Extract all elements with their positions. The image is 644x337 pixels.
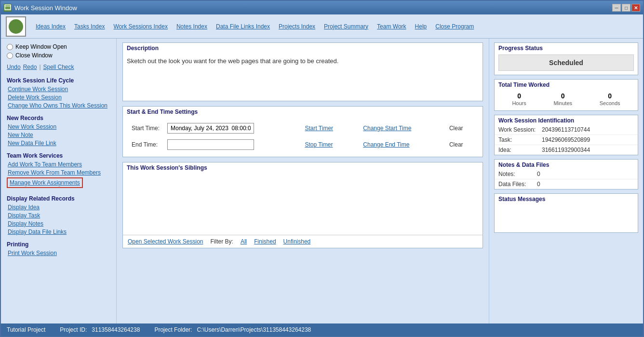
window-title: Work Session Window — [14, 4, 77, 12]
edit-row: Undo Redo | Spell Check — [7, 64, 110, 70]
status-project-folder: Project Folder: C:\Users\Darren\Projects… — [154, 326, 311, 333]
start-timer-button[interactable]: Start Timer — [305, 125, 333, 132]
title-bar-buttons: ─ □ ✕ — [612, 4, 640, 12]
content-area: Keep Window Open Close Window Undo Redo … — [1, 39, 643, 324]
display-task-link[interactable]: Display Task — [7, 212, 110, 219]
close-button[interactable]: ✕ — [631, 4, 640, 12]
keep-window-open-label: Keep Window Open — [15, 43, 67, 50]
menu-items: Ideas Index Tasks Index Work Sessions In… — [36, 23, 474, 30]
team-work-services-title: Team Work Services — [7, 152, 110, 159]
work-session-id-value: 204396113710744 — [542, 126, 590, 133]
display-related-records-title: Display Related Records — [7, 195, 110, 202]
new-data-file-link-link[interactable]: New Data File Link — [7, 140, 110, 147]
end-time-input[interactable] — [167, 139, 254, 150]
status-project-folder-value: C:\Users\Darren\Projects\311358443264238 — [197, 326, 311, 333]
siblings-header: This Work Session's Siblings — [123, 162, 483, 172]
manage-work-assignments-link[interactable]: Manage Work Assignments — [7, 177, 83, 188]
status-project-id-label: Project ID: — [60, 326, 87, 333]
keep-window-open-radio[interactable]: Keep Window Open — [7, 43, 110, 50]
change-end-time-button[interactable]: Change End Time — [363, 141, 409, 148]
work-session-id-label: Work Session: — [498, 126, 542, 133]
clear-start-button[interactable]: Clear — [449, 125, 463, 132]
menu-ideas-index[interactable]: Ideas Index — [36, 23, 66, 30]
menu-team-work[interactable]: Team Work — [377, 23, 406, 30]
sidebar: Keep Window Open Close Window Undo Redo … — [1, 39, 117, 324]
menu-close-program[interactable]: Close Program — [435, 23, 474, 30]
start-time-row: Start Time: Start Timer Change Start Tim… — [128, 120, 478, 136]
stop-timer-button[interactable]: Stop Timer — [305, 141, 333, 148]
menu-notes-index[interactable]: Notes Index — [176, 23, 207, 30]
siblings-footer: Open Selected Work Session Filter By: Al… — [123, 235, 483, 248]
identification-header: Work Session Identification — [495, 115, 638, 125]
notes-data-files-card: Notes & Data Files Notes: 0 Data Files: … — [494, 159, 638, 189]
menu-work-sessions-index[interactable]: Work Sessions Index — [113, 23, 168, 30]
description-text[interactable]: Sketch out the look you want for the web… — [123, 53, 483, 101]
new-work-session-link[interactable]: New Work Session — [7, 123, 110, 130]
new-records-section: New Records New Work Session New Note Ne… — [7, 115, 110, 147]
start-time-label: Start Time: — [128, 120, 163, 136]
hours-cell: 0 Hours — [512, 92, 526, 107]
logo-circle — [9, 19, 23, 34]
display-related-records-section: Display Related Records Display Idea Dis… — [7, 195, 110, 235]
title-bar: Work Session Window ─ □ ✕ — [1, 1, 643, 14]
seconds-value: 0 — [600, 92, 620, 100]
status-messages-card: Status Messages — [494, 193, 638, 233]
menu-projects-index[interactable]: Projects Index — [279, 23, 315, 30]
restore-button[interactable]: □ — [622, 4, 631, 12]
undo-link[interactable]: Undo — [7, 64, 21, 70]
start-end-time-panel: Start & End Time Settings Start Time: St… — [122, 106, 483, 157]
filter-finished-link[interactable]: Finished — [254, 238, 276, 245]
data-files-count-row: Data Files: 0 — [495, 179, 638, 189]
time-worked-grid: 0 Hours 0 Minutes 0 Seconds — [495, 89, 638, 110]
seconds-label: Seconds — [600, 100, 620, 106]
print-work-session-link[interactable]: Print Work Session — [7, 250, 110, 256]
app-logo — [6, 16, 26, 37]
menu-tasks-index[interactable]: Tasks Index — [74, 23, 105, 30]
identification-card: Work Session Identification Work Session… — [494, 115, 638, 155]
display-notes-link[interactable]: Display Notes — [7, 220, 110, 227]
redo-link[interactable]: Redo — [23, 64, 37, 70]
svg-rect-0 — [5, 5, 11, 10]
close-window-radio[interactable]: Close Window — [7, 52, 110, 59]
close-window-label: Close Window — [15, 52, 53, 59]
clear-end-button[interactable]: Clear — [449, 141, 463, 148]
main-window: Work Session Window ─ □ ✕ Ideas Index Ta… — [0, 0, 644, 337]
team-work-services-section: Team Work Services Add Work To Team Memb… — [7, 152, 110, 189]
filter-unfinished-link[interactable]: Unfinished — [283, 238, 311, 245]
minimize-button[interactable]: ─ — [612, 4, 621, 12]
start-time-input[interactable] — [167, 123, 254, 134]
printing-section: Printing Print Work Session — [7, 241, 110, 256]
end-time-row: End Time: Stop Timer Change End Time — [128, 136, 478, 153]
remove-work-from-team-link[interactable]: Remove Work From Team Members — [7, 169, 110, 176]
right-panel: Progress Status Scheduled Total Time Wor… — [489, 39, 643, 324]
idea-id-value: 316611932900344 — [542, 147, 590, 153]
title-bar-left: Work Session Window — [4, 4, 77, 12]
idea-id-row: Idea: 316611932900344 — [495, 145, 638, 155]
continue-work-session-link[interactable]: Continue Work Session — [7, 86, 110, 93]
minutes-label: Minutes — [553, 100, 572, 106]
display-data-file-links-link[interactable]: Display Data File Links — [7, 229, 110, 235]
change-who-owns-link[interactable]: Change Who Owns This Work Session — [7, 102, 110, 109]
change-start-time-button[interactable]: Change Start Time — [363, 125, 411, 132]
menu-help[interactable]: Help — [415, 23, 427, 30]
data-files-count-label: Data Files: — [498, 181, 537, 188]
seconds-cell: 0 Seconds — [600, 92, 620, 107]
menu-project-summary[interactable]: Project Summary — [324, 23, 368, 30]
filter-by-label: Filter By: — [211, 238, 233, 245]
siblings-body — [123, 172, 483, 235]
data-files-count-value: 0 — [537, 181, 540, 188]
add-work-to-team-link[interactable]: Add Work To Team Members — [7, 161, 110, 168]
window-mode-group: Keep Window Open Close Window — [7, 43, 110, 59]
new-note-link[interactable]: New Note — [7, 132, 110, 138]
menu-data-file-links-index[interactable]: Data File Links Index — [216, 23, 270, 30]
app-icon — [4, 4, 12, 12]
progress-status-value: Scheduled — [498, 54, 634, 71]
open-selected-link[interactable]: Open Selected Work Session — [128, 238, 203, 245]
delete-work-session-link[interactable]: Delete Work Session — [7, 94, 110, 101]
filter-all-link[interactable]: All — [241, 238, 247, 245]
start-end-time-body: Start Time: Start Timer Change Start Tim… — [123, 116, 483, 157]
spell-check-link[interactable]: Spell Check — [43, 64, 74, 70]
display-idea-link[interactable]: Display Idea — [7, 204, 110, 211]
status-project-id-value: 311358443264238 — [92, 326, 140, 333]
task-id-label: Task: — [498, 136, 542, 143]
